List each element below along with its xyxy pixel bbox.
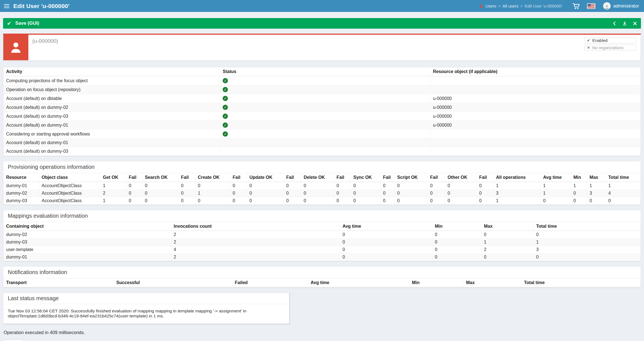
- table-cell: 0: [571, 190, 587, 197]
- table-cell: 0: [126, 197, 142, 205]
- table-row: user-template40023: [4, 246, 641, 254]
- column-header: Max: [587, 173, 606, 182]
- section-title: Mappings evaluation information: [3, 210, 641, 222]
- resource-object-cell: u-000000: [430, 112, 640, 121]
- column-header: Delete OK: [301, 173, 334, 182]
- table-cell: 1: [606, 182, 641, 190]
- table-cell: 0: [606, 197, 641, 205]
- column-header: Min: [571, 173, 587, 182]
- last-status-message-box: Last status message Tue Nov 03 12:56:04 …: [3, 293, 289, 324]
- activity-row: Computing projections of the focus objec…: [4, 76, 641, 85]
- status-cell: ✓: [220, 94, 430, 103]
- tag-label: No organizations: [592, 45, 624, 50]
- table-cell: 0: [340, 254, 432, 261]
- success-icon: ✓: [223, 131, 228, 137]
- menu-toggle-icon[interactable]: [0, 0, 13, 12]
- back-button[interactable]: Back: [4, 340, 23, 341]
- operation-label: Save (GUI): [15, 21, 39, 26]
- column-header: Status: [220, 67, 430, 76]
- resource-object-cell: [430, 130, 640, 139]
- table-cell: 0: [284, 182, 301, 190]
- table-cell: 0: [230, 182, 247, 190]
- table-cell: 2: [481, 246, 533, 254]
- notifications-table: TransportSuccessfulFailedAvg timeMinMaxT…: [3, 278, 641, 287]
- resource-object-cell: [430, 139, 640, 147]
- table-cell: 0: [334, 190, 350, 197]
- table-cell: 4: [606, 190, 641, 197]
- success-icon: ✓: [223, 105, 228, 110]
- table-cell: 0: [481, 231, 533, 239]
- resource-object-cell: u-000000: [430, 94, 640, 103]
- user-photo: [3, 35, 28, 60]
- column-header: Total time: [606, 173, 641, 182]
- table-cell: 0: [445, 197, 477, 205]
- table-cell: 0: [301, 197, 334, 205]
- breadcrumb-separator: >: [498, 4, 501, 8]
- column-header: Fail: [230, 173, 247, 182]
- activity-cell: Account (default) on dummy-03: [4, 147, 220, 156]
- table-cell: 0: [540, 197, 571, 205]
- table-cell: user-template: [4, 246, 171, 254]
- top-navbar: Edit User 'u-000000' Users > All users >…: [0, 0, 644, 12]
- success-message-bar: ✔ Save (GUI): [3, 18, 641, 29]
- table-cell: 3: [493, 190, 541, 197]
- close-icon[interactable]: [633, 21, 637, 26]
- shopping-cart-icon[interactable]: [573, 3, 580, 9]
- table-cell: dummy-03: [4, 239, 171, 246]
- activity-cell: Operation on focus object (repository): [4, 85, 220, 94]
- table-cell: 1: [587, 182, 606, 190]
- language-flag-icon[interactable]: [587, 3, 595, 9]
- activity-cell: Account (default) on dummy-01: [4, 139, 220, 147]
- status-cell: ✓: [220, 130, 430, 139]
- table-header-row: Containing objectInvocations countAvg ti…: [4, 222, 641, 231]
- section-title: Notifications information: [3, 267, 641, 278]
- download-icon[interactable]: [623, 21, 627, 26]
- column-header: Resource: [4, 173, 39, 182]
- table-header-row: ResourceObject classGet OKFailSearch OKF…: [4, 173, 641, 182]
- table-cell: 0: [142, 182, 178, 190]
- breadcrumb-all-users[interactable]: All users: [503, 4, 519, 8]
- status-cell: [220, 139, 430, 147]
- mappings-evaluation-box: Mappings evaluation information Containi…: [3, 210, 641, 261]
- resource-object-cell: u-000000: [430, 121, 640, 130]
- status-cell: ✓: [220, 85, 430, 94]
- column-header: Activity: [4, 67, 220, 76]
- column-header: Sync OK: [351, 173, 381, 182]
- table-cell: 1: [493, 182, 541, 190]
- column-header: Other OK: [445, 173, 477, 182]
- table-cell: 1: [100, 182, 126, 190]
- table-cell: 0: [351, 182, 381, 190]
- activity-row: Account (default) on dummy-02✓u-000000: [4, 103, 641, 112]
- column-header: Total time: [533, 222, 640, 231]
- user-menu[interactable]: administrator: [603, 2, 639, 10]
- status-cell: ✓: [220, 112, 430, 121]
- column-header: Total time: [521, 279, 641, 287]
- mappings-table: Containing objectInvocations countAvg ti…: [3, 222, 641, 261]
- avatar: [603, 2, 611, 10]
- table-cell: 0: [178, 197, 195, 205]
- column-header: Failed: [232, 279, 308, 287]
- resource-object-cell: [430, 85, 640, 94]
- table-header-row: TransportSuccessfulFailedAvg timeMinMaxT…: [4, 279, 641, 287]
- table-cell: 0: [340, 246, 432, 254]
- user-icon: [479, 4, 483, 8]
- breadcrumb-users[interactable]: Users: [485, 4, 496, 8]
- success-icon: ✓: [223, 87, 228, 92]
- table-cell: 0: [445, 190, 477, 197]
- table-cell: 0: [381, 182, 395, 190]
- table-cell: 1: [481, 239, 533, 246]
- table-row: dummy-01AccountObjectClass10000000000000…: [4, 182, 641, 190]
- table-cell: 0: [284, 197, 301, 205]
- check-icon: ✔: [587, 38, 590, 42]
- table-cell: 1: [571, 182, 587, 190]
- table-cell: 0: [477, 182, 493, 190]
- status-cell: [220, 147, 430, 156]
- collapse-icon[interactable]: [612, 21, 616, 26]
- activity-cell: Account (default) on dbtable: [4, 94, 220, 103]
- table-cell: 3: [587, 190, 606, 197]
- activity-cell: Considering or starting approval workflo…: [4, 130, 220, 139]
- column-header: Fail: [178, 173, 195, 182]
- table-cell: 0: [587, 197, 606, 205]
- column-header: Min: [432, 222, 481, 231]
- table-cell: 3: [533, 246, 640, 254]
